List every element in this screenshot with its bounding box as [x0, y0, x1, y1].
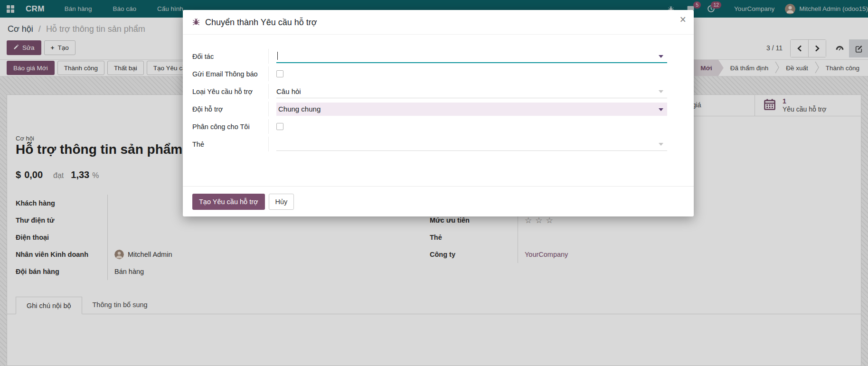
- ticket-type-label: Loại Yêu cầu hỗ trợ: [192, 84, 268, 99]
- field-row-team: Đội hỗ trợ Chung chung: [192, 102, 667, 116]
- chevron-down-icon[interactable]: [659, 55, 663, 58]
- chevron-down-icon[interactable]: [659, 108, 663, 111]
- create-ticket-confirm-button[interactable]: Tạo Yêu cầu hỗ trợ: [192, 194, 265, 210]
- tags-label: Thẻ: [192, 137, 268, 151]
- chevron-down-icon[interactable]: [659, 143, 663, 146]
- dialog-body: Đối tác Gửi Email Thông báo Loại Yêu cầu…: [183, 35, 694, 151]
- field-row-send-email: Gửi Email Thông báo: [192, 66, 667, 81]
- assign-me-checkbox[interactable]: [276, 123, 283, 130]
- ticket-type-select[interactable]: Câu hỏi: [276, 85, 667, 98]
- close-icon[interactable]: ×: [680, 14, 686, 25]
- dialog-footer: Tạo Yêu cầu hỗ trợ Hủy: [183, 186, 694, 216]
- field-row-ticket-type: Loại Yêu cầu hỗ trợ Câu hỏi: [192, 84, 667, 99]
- bug-icon: [192, 18, 200, 28]
- field-row-partner: Đối tác: [192, 49, 667, 64]
- send-email-checkbox[interactable]: [276, 70, 283, 77]
- assign-me-label: Phân công cho Tôi: [192, 119, 268, 134]
- field-row-tags: Thẻ: [192, 137, 667, 151]
- tags-select[interactable]: [276, 138, 667, 151]
- cancel-button[interactable]: Hủy: [269, 194, 294, 210]
- partner-input[interactable]: [276, 50, 667, 63]
- field-row-assign-me: Phân công cho Tôi: [192, 119, 667, 134]
- chevron-down-icon[interactable]: [659, 90, 663, 93]
- partner-label: Đối tác: [192, 49, 268, 64]
- text-cursor: [277, 52, 278, 60]
- team-select[interactable]: Chung chung: [276, 103, 667, 116]
- team-label: Đội hỗ trợ: [192, 102, 268, 116]
- odoo-crm-page: CRM Bán hàng Báo cáo Cấu hình 5 12 YourC…: [0, 0, 868, 366]
- send-email-label: Gửi Email Thông báo: [192, 66, 268, 81]
- dialog-title: Chuyển thành Yêu cầu hỗ trợ: [205, 18, 317, 28]
- create-ticket-dialog: Chuyển thành Yêu cầu hỗ trợ × Đối tác Gử…: [183, 10, 694, 216]
- dialog-header: Chuyển thành Yêu cầu hỗ trợ: [183, 10, 694, 35]
